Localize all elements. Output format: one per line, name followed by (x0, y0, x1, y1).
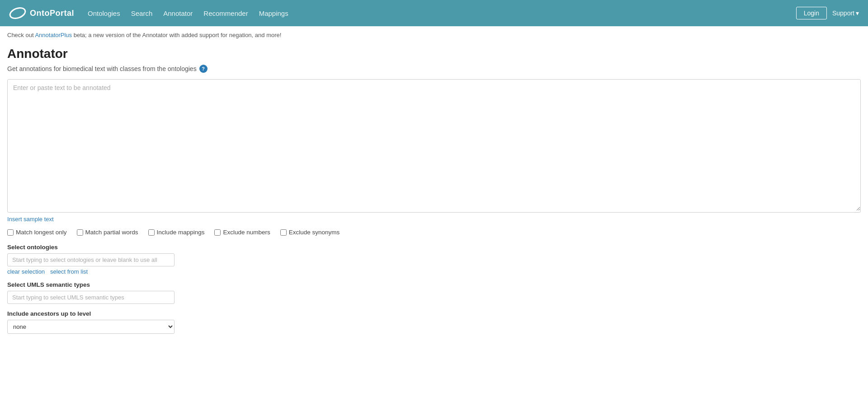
logo-text: OntoPortal (30, 9, 74, 18)
option-match-partial-label: Match partial words (85, 229, 138, 236)
support-button[interactable]: Support ▾ (832, 9, 859, 17)
option-include-mappings[interactable]: Include mappings (148, 229, 205, 236)
beta-suffix: beta; a new version of the Annotator wit… (72, 32, 281, 38)
options-row: Match longest only Match partial words I… (7, 229, 861, 236)
logo-oval (8, 5, 28, 21)
ancestors-select[interactable]: none (7, 320, 175, 334)
checkbox-match-longest[interactable] (7, 229, 14, 236)
ontologies-label: Select ontologies (7, 244, 861, 251)
checkbox-include-mappings[interactable] (148, 229, 155, 236)
checkbox-exclude-numbers[interactable] (214, 229, 221, 236)
nav-ontologies[interactable]: Ontologies (88, 9, 120, 17)
navbar: OntoPortal Ontologies Search Annotator R… (0, 0, 868, 26)
nav-right: Login Support ▾ (796, 7, 859, 19)
checkbox-match-partial[interactable] (77, 229, 83, 236)
option-exclude-synonyms-label: Exclude synonyms (289, 229, 340, 236)
option-include-mappings-label: Include mappings (157, 229, 205, 236)
annotatorplus-link[interactable]: AnnotatorPlus (35, 32, 72, 38)
textarea-wrapper (7, 79, 861, 213)
main-content: Check out AnnotatorPlus beta; a new vers… (0, 26, 868, 346)
clear-selection-link[interactable]: clear selection (7, 268, 45, 275)
checkbox-exclude-synonyms[interactable] (280, 229, 287, 236)
support-label: Support (832, 9, 854, 17)
option-match-longest[interactable]: Match longest only (7, 229, 67, 236)
page-title: Annotator (7, 47, 861, 61)
option-match-longest-label: Match longest only (16, 229, 67, 236)
ontologies-section: Select ontologies clear selection select… (7, 244, 861, 275)
page-subtitle: Get annotations for biomedical text with… (7, 65, 861, 73)
nav-search[interactable]: Search (131, 9, 153, 17)
select-from-list-link[interactable]: select from list (50, 268, 88, 275)
nav-links: Ontologies Search Annotator Recommender … (88, 9, 796, 17)
umls-section: Select UMLS semantic types (7, 281, 861, 304)
subtitle-text: Get annotations for biomedical text with… (7, 65, 197, 72)
nav-annotator[interactable]: Annotator (163, 9, 193, 17)
nav-recommender[interactable]: Recommender (203, 9, 248, 17)
ancestors-label: Include ancestors up to level (7, 310, 861, 317)
logo[interactable]: OntoPortal (9, 8, 74, 19)
option-exclude-numbers[interactable]: Exclude numbers (214, 229, 270, 236)
option-exclude-synonyms[interactable]: Exclude synonyms (280, 229, 340, 236)
login-button[interactable]: Login (796, 7, 827, 19)
support-chevron-icon: ▾ (856, 9, 859, 17)
annotation-textarea[interactable] (8, 80, 860, 211)
option-match-partial[interactable]: Match partial words (77, 229, 138, 236)
umls-input[interactable] (7, 291, 175, 304)
umls-label: Select UMLS semantic types (7, 281, 861, 288)
help-icon[interactable]: ? (199, 65, 208, 73)
ontologies-links: clear selection select from list (7, 268, 861, 275)
ontologies-input[interactable] (7, 253, 175, 266)
beta-prefix: Check out (7, 32, 35, 38)
nav-mappings[interactable]: Mappings (259, 9, 288, 17)
ancestors-section: Include ancestors up to level none (7, 310, 861, 334)
beta-notice: Check out AnnotatorPlus beta; a new vers… (7, 32, 861, 38)
option-exclude-numbers-label: Exclude numbers (223, 229, 270, 236)
insert-sample-link[interactable]: Insert sample text (7, 216, 54, 223)
